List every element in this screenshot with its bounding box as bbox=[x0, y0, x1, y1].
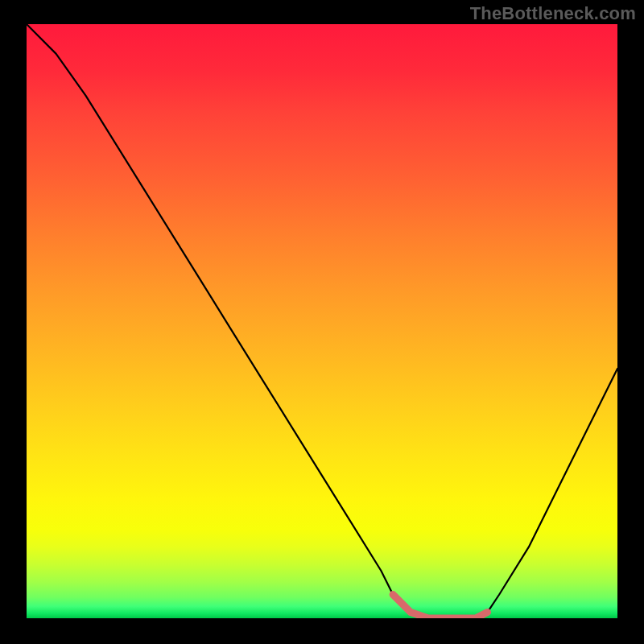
watermark-text: TheBottleneck.com bbox=[470, 3, 636, 24]
gradient-background bbox=[27, 24, 617, 618]
chart-container: TheBottleneck.com bbox=[0, 0, 644, 644]
plot-area bbox=[27, 24, 617, 618]
